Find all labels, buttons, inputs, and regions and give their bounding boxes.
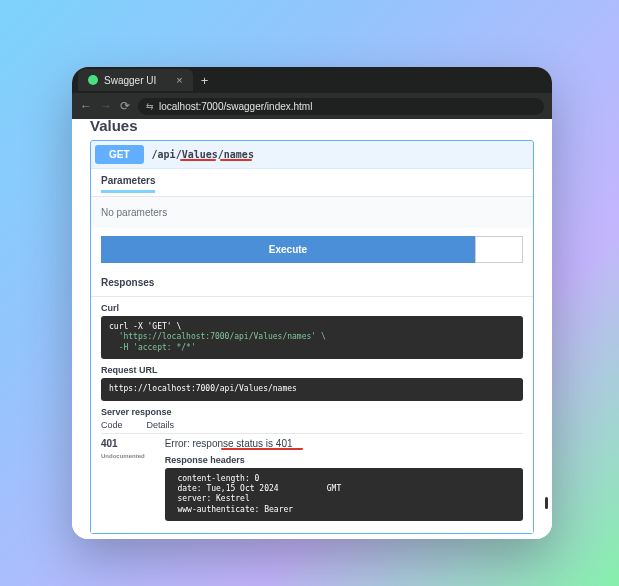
curl-command-box[interactable]: curl -X 'GET' \ 'https://localhost:7000/… — [101, 316, 523, 359]
forward-icon[interactable]: → — [100, 99, 112, 113]
undocumented-label: Undocumented — [101, 453, 145, 459]
operation-path: /api/Values/names — [152, 149, 254, 160]
operation-body: Parameters No parameters Execute Respons… — [91, 168, 533, 533]
response-code: 401 Undocumented — [101, 438, 145, 460]
lock-icon: ⇆ — [146, 101, 154, 111]
browser-titlebar: Swagger UI × + — [72, 67, 552, 93]
response-headers-label: Response headers — [165, 455, 523, 465]
annotation-underline — [221, 448, 303, 450]
browser-tab[interactable]: Swagger UI × — [78, 69, 193, 91]
server-response-label: Server response — [101, 407, 523, 417]
scrollbar-thumb[interactable] — [545, 497, 548, 509]
tab-parameters[interactable]: Parameters — [101, 175, 155, 193]
parameters-header: Parameters — [91, 169, 533, 197]
no-parameters-text: No parameters — [91, 197, 533, 228]
response-table-header: Code Details — [101, 420, 523, 434]
execute-button[interactable]: Execute — [101, 236, 475, 263]
code-column-header: Code — [101, 420, 123, 430]
annotation-underline — [180, 159, 216, 161]
responses-header: Responses — [91, 267, 533, 297]
close-icon[interactable]: × — [176, 74, 182, 86]
response-body: Curl curl -X 'GET' \ 'https://localhost:… — [91, 297, 533, 533]
annotation-underline — [220, 159, 252, 161]
reload-icon[interactable]: ⟳ — [120, 99, 130, 113]
response-headers-box[interactable]: content-length: 0 date: Tue,15 Oct 2024 … — [165, 468, 523, 522]
swagger-favicon — [88, 75, 98, 85]
http-method-badge: GET — [95, 145, 144, 164]
browser-url-bar: ← → ⟳ ⇆ localhost:7000/swagger/index.htm… — [72, 93, 552, 119]
tab-title: Swagger UI — [104, 75, 156, 86]
details-column-header: Details — [147, 420, 175, 430]
response-details: Error: response status is 401 Response h… — [165, 438, 523, 528]
curl-label: Curl — [101, 303, 523, 313]
section-title: Values — [90, 119, 534, 134]
new-tab-button[interactable]: + — [201, 73, 209, 88]
back-icon[interactable]: ← — [80, 99, 92, 113]
request-url-box[interactable]: https://localhost:7000/api/Values/names — [101, 378, 523, 400]
clear-button[interactable] — [475, 236, 523, 263]
execute-row: Execute — [91, 228, 533, 267]
operation-block: GET /api/Values/names Parameters No para… — [90, 140, 534, 534]
request-url-label: Request URL — [101, 365, 523, 375]
operation-summary[interactable]: GET /api/Values/names — [91, 141, 533, 168]
response-row: 401 Undocumented Error: response status … — [101, 438, 523, 528]
error-message: Error: response status is 401 — [165, 438, 293, 449]
url-text: localhost:7000/swagger/index.html — [159, 101, 312, 112]
browser-window: Swagger UI × + ← → ⟳ ⇆ localhost:7000/sw… — [72, 67, 552, 539]
address-bar[interactable]: ⇆ localhost:7000/swagger/index.html — [138, 98, 544, 115]
page-content: Values GET /api/Values/names Parameters … — [72, 119, 552, 539]
